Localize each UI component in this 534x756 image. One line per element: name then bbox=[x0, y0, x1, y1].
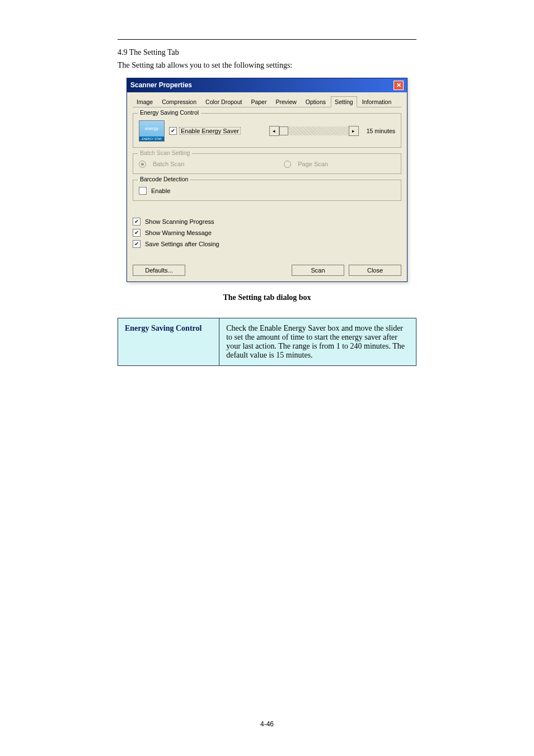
table-row-desc: Check the Enable Energy Saver box and mo… bbox=[219, 318, 416, 365]
tab-image[interactable]: Image bbox=[133, 96, 157, 107]
enable-energy-saver-label: Enable Energy Saver bbox=[179, 127, 241, 135]
slider-thumb[interactable] bbox=[279, 126, 288, 135]
energy-star-icon: energy ENERGY STAR bbox=[139, 120, 165, 142]
energy-legend: Energy Saving Control bbox=[138, 109, 201, 116]
enable-energy-saver-checkbox[interactable]: ✔ bbox=[169, 127, 177, 135]
show-scanning-progress-label: Show Scanning Progress bbox=[145, 218, 214, 225]
barcode-enable-checkbox[interactable] bbox=[139, 187, 147, 195]
table-row-header: Energy Saving Control bbox=[118, 318, 219, 365]
dialog-title: Scanner Properties bbox=[130, 81, 192, 89]
page-number: 4-46 bbox=[0, 720, 534, 728]
scroll-right-icon[interactable]: ▸ bbox=[349, 126, 359, 136]
close-button[interactable]: Close bbox=[349, 265, 401, 276]
batch-scan-label: Batch Scan bbox=[153, 161, 184, 167]
energy-slider[interactable]: ◂ ▸ bbox=[269, 126, 359, 135]
tab-compression[interactable]: Compression bbox=[158, 96, 200, 107]
settings-description-table: Energy Saving Control Check the Enable E… bbox=[118, 318, 416, 366]
titlebar: Scanner Properties ✕ bbox=[127, 78, 407, 92]
page-scan-label: Page Scan bbox=[298, 161, 328, 167]
show-warning-message-checkbox[interactable]: ✔ bbox=[133, 229, 140, 237]
barcode-detection-group: Barcode Detection Enable bbox=[133, 180, 401, 201]
dialog-caption: The Setting tab dialog box bbox=[118, 293, 416, 302]
batch-legend: Batch Scan Setting bbox=[138, 149, 192, 156]
tab-options[interactable]: Options bbox=[302, 96, 330, 107]
show-scanning-progress-checkbox[interactable]: ✔ bbox=[133, 218, 140, 226]
tab-preview[interactable]: Preview bbox=[271, 96, 300, 107]
show-warning-message-label: Show Warning Message bbox=[145, 229, 212, 236]
tab-strip: Image Compression Color Dropout Paper Pr… bbox=[133, 96, 401, 107]
energy-saving-group: Energy Saving Control energy ENERGY STAR… bbox=[133, 113, 401, 148]
batch-scan-radio bbox=[139, 161, 146, 168]
barcode-legend: Barcode Detection bbox=[138, 176, 190, 182]
scanner-properties-dialog: Scanner Properties ✕ Image Compression C… bbox=[127, 78, 407, 282]
scan-button[interactable]: Scan bbox=[292, 265, 344, 276]
close-icon[interactable]: ✕ bbox=[394, 81, 404, 90]
page-scan-radio bbox=[284, 161, 291, 168]
defaults-button[interactable]: Defaults... bbox=[133, 265, 185, 276]
barcode-enable-label: Enable bbox=[151, 187, 170, 194]
section-body: The Setting tab allows you to set the fo… bbox=[118, 60, 416, 71]
tab-information[interactable]: Information bbox=[358, 96, 396, 107]
tab-paper[interactable]: Paper bbox=[247, 96, 270, 107]
batch-scan-group: Batch Scan Setting Batch Scan Page Scan bbox=[133, 153, 401, 174]
save-settings-checkbox[interactable]: ✔ bbox=[133, 240, 140, 248]
section-title: 4.9 The Setting Tab bbox=[118, 48, 416, 57]
tab-setting[interactable]: Setting bbox=[331, 96, 357, 107]
energy-minutes-label: 15 minutes bbox=[367, 128, 395, 134]
save-settings-label: Save Settings after Closing bbox=[145, 241, 219, 247]
scroll-left-icon[interactable]: ◂ bbox=[269, 126, 279, 136]
tab-color-dropout[interactable]: Color Dropout bbox=[202, 96, 246, 107]
